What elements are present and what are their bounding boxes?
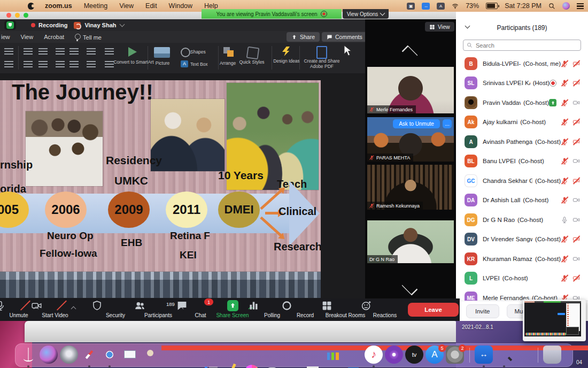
video-tile-ramesh-kekunnaya[interactable]: Ramesh Kekunnaya: [367, 165, 454, 210]
start-video-button[interactable]: Start Video: [31, 300, 79, 318]
zoom-toolbar: Unmute Start Video Security 189 Particip…: [0, 298, 460, 321]
video-tile-dr-g-n-rao[interactable]: Dr G N Rao: [367, 220, 454, 263]
menubar-item-edit[interactable]: Edit: [145, 2, 157, 10]
participant-row[interactable]: B Bidula-LVPEI-...(Co-host, me): [465, 56, 580, 72]
participant-row[interactable]: L LVPEI(Co-host): [465, 270, 580, 286]
shapes-icon[interactable]: [181, 48, 190, 57]
ppt-menu-tellme[interactable]: Tell me: [75, 34, 102, 41]
quick-styles-label[interactable]: Quick Styles: [236, 60, 267, 65]
align-right-icon[interactable]: [56, 61, 65, 67]
font-color-icon[interactable]: [4, 61, 13, 67]
zoom-window-button[interactable]: [24, 13, 28, 18]
create-pdf-icon[interactable]: [316, 46, 327, 59]
ppt-comments-button[interactable]: Comments: [322, 32, 367, 42]
invite-button[interactable]: Invite: [466, 304, 499, 318]
dock-icon-teamviewer[interactable]: ↔: [475, 346, 493, 364]
font-style-icon[interactable]: [4, 48, 13, 55]
participants-search-box[interactable]: [463, 40, 581, 51]
participant-row[interactable]: DG Dr G N Rao(Co-host): [465, 212, 580, 228]
reactions-button[interactable]: Reactions: [361, 300, 409, 318]
input-source-icon[interactable]: A: [437, 3, 445, 10]
quick-styles-icon[interactable]: [246, 47, 260, 60]
more-options-button[interactable]: ...: [443, 119, 452, 128]
participant-row[interactable]: KR Khuraman Ramaza...(Co-host): [465, 251, 580, 267]
textbox-icon[interactable]: A: [181, 60, 188, 67]
video-tile-paras-mehta[interactable]: Ask to Unmute ... PARAS MEHTA: [367, 117, 454, 162]
text-direction-icon[interactable]: [87, 61, 96, 67]
columns-icon[interactable]: [105, 48, 114, 55]
create-pdf-label[interactable]: Create and Share Adobe PDF: [301, 59, 342, 70]
doc-title-chevron-icon[interactable]: [119, 22, 125, 27]
align-left-icon[interactable]: [24, 61, 33, 67]
video-tile-merle-fernandes[interactable]: Merle Fernandes: [367, 67, 454, 113]
search-input[interactable]: [475, 42, 568, 49]
video-participant-name: Merle Fernandes: [376, 107, 413, 112]
indent-increase-icon[interactable]: [69, 48, 79, 55]
zoom-menubar-icon[interactable]: ▣: [407, 3, 415, 10]
dock-separator: [538, 348, 538, 363]
indent-decrease-icon[interactable]: [56, 48, 65, 55]
participant-row[interactable]: BL Banu LVPEI(Co-host): [465, 153, 580, 169]
menubar-item-window[interactable]: Window: [169, 2, 192, 10]
participant-row[interactable]: DV Dr Virender Sangw...(Co-host): [465, 231, 580, 247]
menubar-item-meeting[interactable]: Meeting: [84, 2, 107, 10]
close-window-button[interactable]: [6, 13, 11, 18]
ppt-share-button[interactable]: Share: [287, 32, 320, 42]
siri-icon[interactable]: [562, 2, 570, 10]
menubar-app-name[interactable]: zoom.us: [45, 2, 72, 10]
collapse-videos-chevron-icon[interactable]: [403, 42, 415, 55]
bullet-list-icon[interactable]: [24, 48, 33, 55]
stop-viewing-icon[interactable]: [321, 11, 327, 17]
dock-icon-launchpad[interactable]: [60, 346, 78, 364]
design-ideas-icon[interactable]: [282, 47, 290, 56]
screen-share-preview-window[interactable]: [523, 300, 586, 341]
view-options-dropdown[interactable]: View Options: [343, 9, 389, 19]
align-center-icon[interactable]: [38, 61, 48, 67]
ppt-menu-acrobat[interactable]: Acrobat: [44, 34, 64, 40]
meeting-info-pill[interactable]: [4, 20, 16, 30]
menubar-item-help[interactable]: Help: [204, 2, 218, 10]
participant-row[interactable]: ME Merle Fernandes(Co-host): [465, 290, 580, 301]
dock-icon-music[interactable]: ♪: [365, 346, 383, 364]
participant-row[interactable]: Ak Ajay kulkarni(Co-host): [465, 114, 580, 130]
align-text-icon[interactable]: [105, 61, 114, 67]
ppt-menu-view[interactable]: View: [21, 34, 34, 40]
view-layout-button[interactable]: View: [425, 22, 454, 32]
menubar-item-view[interactable]: View: [119, 2, 134, 10]
participant-row[interactable]: Pravin Vaddav...(Co-host): [465, 95, 580, 111]
shapes-label[interactable]: Shapes: [190, 50, 215, 55]
document-title[interactable]: Vinay Shah: [84, 22, 116, 28]
expand-videos-chevron-icon[interactable]: [403, 282, 415, 295]
wifi-icon[interactable]: [452, 3, 459, 10]
dock-icon-siri[interactable]: [40, 346, 58, 364]
justify-icon[interactable]: [69, 61, 79, 67]
dock-icon-trash[interactable]: [543, 346, 561, 364]
participant-row[interactable]: SL Srinivas LVPEI KAR...(Host): [465, 75, 580, 91]
notification-center-icon[interactable]: [577, 3, 584, 9]
numbered-list-icon[interactable]: [38, 48, 48, 55]
menubar-clock[interactable]: Sat 7:28 PM: [505, 2, 541, 10]
picture-icon[interactable]: [154, 47, 170, 58]
participants-button[interactable]: 189 Participants: [134, 300, 182, 318]
spotlight-search-icon[interactable]: [548, 3, 555, 10]
security-button[interactable]: Security: [91, 300, 140, 318]
design-ideas-label[interactable]: Design Ideas: [273, 59, 300, 64]
line-spacing-icon[interactable]: [87, 48, 96, 55]
dock-icon-podcasts[interactable]: [385, 346, 403, 364]
desktop-screen: zoom.us Meeting View Edit Window Help ▣ …: [0, 0, 588, 368]
dock-icon-apple-tv[interactable]: tv: [405, 346, 423, 364]
leave-button[interactable]: Leave: [408, 303, 459, 317]
participant-row[interactable]: A Avinash Pathengay(Co-host): [465, 134, 580, 150]
background-window[interactable]: [25, 321, 458, 342]
avatar: DA: [465, 194, 477, 206]
teamviewer-menubar-icon[interactable]: ↔: [422, 3, 430, 10]
ppt-menu-review[interactable]: iew: [1, 34, 10, 40]
minimize-window-button[interactable]: [15, 13, 20, 18]
apple-menu-icon[interactable]: [28, 3, 34, 10]
ask-to-unmute-button[interactable]: Ask to Unmute: [393, 119, 440, 128]
picture-label[interactable]: Picture: [153, 61, 172, 66]
smartart-icon[interactable]: [128, 47, 137, 57]
textbox-label[interactable]: Text Box: [190, 62, 215, 67]
participant-row[interactable]: DA Dr Ashish Lall(Co-host): [465, 192, 580, 208]
participant-row[interactable]: GC Chandra Sekhar G...(Co-host): [465, 173, 580, 189]
